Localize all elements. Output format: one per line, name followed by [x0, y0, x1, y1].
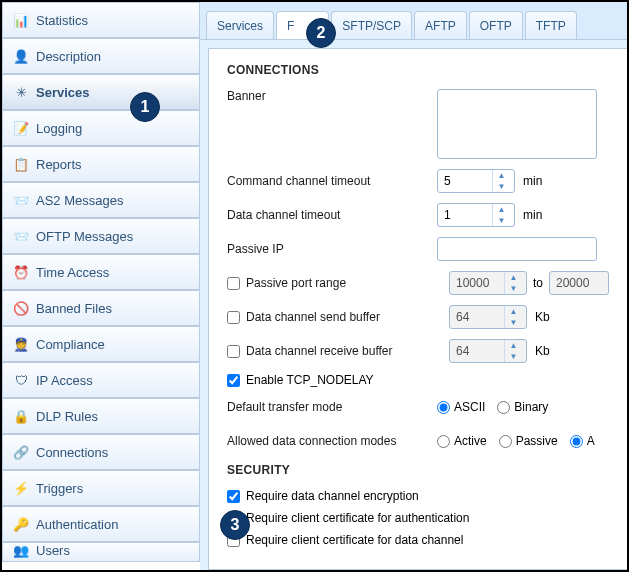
section-connections-title: CONNECTIONS: [227, 63, 627, 77]
sidebar-item-authentication[interactable]: 🔑 Authentication: [2, 506, 200, 542]
passive-port-min-input[interactable]: [456, 276, 504, 290]
spinner-up-icon[interactable]: ▲: [505, 272, 522, 283]
passive-port-max-input[interactable]: [556, 276, 600, 290]
recv-buffer-label: Data channel receive buffer: [246, 344, 393, 358]
conn-mode-passive-radio[interactable]: [499, 435, 512, 448]
cmd-timeout-input[interactable]: [444, 174, 492, 188]
ip-access-icon: 🛡: [13, 372, 29, 388]
tcp-nodelay-label: Enable TCP_NODELAY: [246, 373, 374, 387]
sidebar-item-users[interactable]: 👥 Users: [2, 542, 200, 562]
tab-services[interactable]: Services: [206, 11, 274, 39]
tab-sftp-scp[interactable]: SFTP/SCP: [331, 11, 412, 39]
spinner-up-icon[interactable]: ▲: [505, 306, 522, 317]
sidebar-item-description[interactable]: 👤 Description: [2, 38, 200, 74]
conn-mode-active-radio[interactable]: [437, 435, 450, 448]
tcp-nodelay-checkbox[interactable]: [227, 374, 240, 387]
require-encryption-checkbox[interactable]: [227, 490, 240, 503]
conn-modes-label: Allowed data connection modes: [227, 434, 437, 448]
tabbar: Services F SFTP/SCP AFTP OFTP TFTP: [200, 2, 627, 40]
sidebar-item-time-access[interactable]: ⏰ Time Access: [2, 254, 200, 290]
as2-icon: 📨: [13, 192, 29, 208]
triggers-icon: ⚡: [13, 480, 29, 496]
spinner-down-icon[interactable]: ▼: [493, 181, 510, 192]
sidebar-item-label: OFTP Messages: [36, 229, 133, 244]
spinner-up-icon[interactable]: ▲: [493, 204, 510, 215]
statistics-icon: 📊: [13, 12, 29, 28]
time-access-icon: ⏰: [13, 264, 29, 280]
recv-buffer-input[interactable]: [456, 344, 504, 358]
services-icon: ✳: [13, 84, 29, 100]
sidebar-item-ip-access[interactable]: 🛡 IP Access: [2, 362, 200, 398]
radio-label: A: [587, 434, 595, 448]
sidebar-item-statistics[interactable]: 📊 Statistics: [2, 2, 200, 38]
send-buffer-label: Data channel send buffer: [246, 310, 380, 324]
spinner-down-icon[interactable]: ▼: [505, 283, 522, 294]
transfer-mode-group: ASCII Binary: [437, 400, 548, 414]
sidebar-item-label: Services: [36, 85, 90, 100]
passive-ip-label: Passive IP: [227, 242, 437, 256]
send-buffer-checkbox[interactable]: [227, 311, 240, 324]
sidebar-item-label: DLP Rules: [36, 409, 98, 424]
data-timeout-spinner[interactable]: ▲▼: [437, 203, 515, 227]
data-timeout-input[interactable]: [444, 208, 492, 222]
content-area: CONNECTIONS Banner Command channel timeo…: [208, 48, 627, 570]
sidebar-item-oftp-messages[interactable]: 📨 OFTP Messages: [2, 218, 200, 254]
annotation-marker-3: 3: [220, 510, 250, 540]
spinner-up-icon[interactable]: ▲: [505, 340, 522, 351]
tab-oftp[interactable]: OFTP: [469, 11, 523, 39]
sidebar-item-reports[interactable]: 📋 Reports: [2, 146, 200, 182]
data-timeout-unit: min: [523, 208, 542, 222]
conn-mode-all-radio[interactable]: [570, 435, 583, 448]
section-security-title: SECURITY: [227, 463, 627, 477]
cmd-timeout-label: Command channel timeout: [227, 174, 437, 188]
sidebar-item-banned-files[interactable]: 🚫 Banned Files: [2, 290, 200, 326]
require-encryption-label: Require data channel encryption: [246, 489, 419, 503]
tab-tftp[interactable]: TFTP: [525, 11, 577, 39]
banner-label: Banner: [227, 89, 437, 103]
cmd-timeout-unit: min: [523, 174, 542, 188]
authentication-icon: 🔑: [13, 516, 29, 532]
recv-buffer-spinner[interactable]: ▲▼: [449, 339, 527, 363]
sidebar-item-label: Banned Files: [36, 301, 112, 316]
users-icon: 👥: [13, 542, 29, 558]
tab-label: F: [287, 19, 294, 33]
send-buffer-spinner[interactable]: ▲▼: [449, 305, 527, 329]
radio-label: Passive: [516, 434, 558, 448]
passive-ip-input[interactable]: [437, 237, 597, 261]
cmd-timeout-spinner[interactable]: ▲▼: [437, 169, 515, 193]
logging-icon: 📝: [13, 120, 29, 136]
radio-label: Binary: [514, 400, 548, 414]
spinner-down-icon[interactable]: ▼: [505, 351, 522, 362]
sidebar-item-services[interactable]: ✳ Services: [2, 74, 200, 110]
passive-port-min-spinner[interactable]: ▲▼: [449, 271, 527, 295]
sidebar-item-logging[interactable]: 📝 Logging: [2, 110, 200, 146]
sidebar-item-label: Logging: [36, 121, 82, 136]
banner-input[interactable]: [437, 89, 597, 159]
sidebar-item-label: Authentication: [36, 517, 118, 532]
sidebar-item-dlp-rules[interactable]: 🔒 DLP Rules: [2, 398, 200, 434]
sidebar-item-connections[interactable]: 🔗 Connections: [2, 434, 200, 470]
recv-buffer-checkbox[interactable]: [227, 345, 240, 358]
sidebar-item-label: Statistics: [36, 13, 88, 28]
conn-modes-group: Active Passive A: [437, 434, 595, 448]
sidebar-item-compliance[interactable]: 👮 Compliance: [2, 326, 200, 362]
reports-icon: 📋: [13, 156, 29, 172]
require-cert-auth-label: Require client certificate for authentic…: [246, 511, 469, 525]
transfer-mode-binary-radio[interactable]: [497, 401, 510, 414]
sidebar-item-label: Connections: [36, 445, 108, 460]
passive-port-range-checkbox[interactable]: [227, 277, 240, 290]
sidebar-item-label: Users: [36, 543, 70, 558]
sidebar-item-label: IP Access: [36, 373, 93, 388]
transfer-mode-ascii-radio[interactable]: [437, 401, 450, 414]
spinner-down-icon[interactable]: ▼: [493, 215, 510, 226]
spinner-down-icon[interactable]: ▼: [505, 317, 522, 328]
tab-aftp[interactable]: AFTP: [414, 11, 467, 39]
send-buffer-input[interactable]: [456, 310, 504, 324]
passive-port-range-label: Passive port range: [246, 276, 346, 290]
sidebar-item-triggers[interactable]: ⚡ Triggers: [2, 470, 200, 506]
spinner-up-icon[interactable]: ▲: [493, 170, 510, 181]
dlp-rules-icon: 🔒: [13, 408, 29, 424]
sidebar-item-as2-messages[interactable]: 📨 AS2 Messages: [2, 182, 200, 218]
passive-port-max-spinner[interactable]: [549, 271, 609, 295]
send-buffer-unit: Kb: [535, 310, 550, 324]
